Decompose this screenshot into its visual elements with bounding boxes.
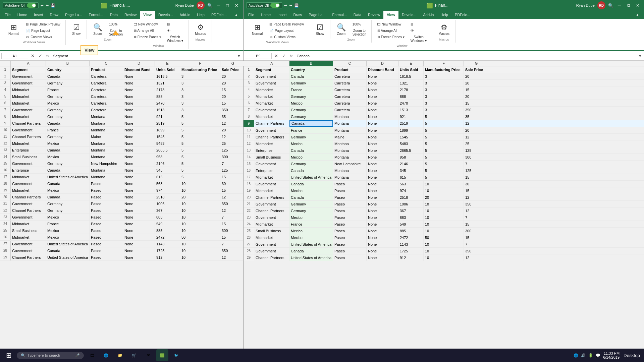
tab-data-left[interactable]: Data bbox=[107, 11, 121, 19]
search-icon-right[interactable]: 🔍 bbox=[608, 3, 613, 8]
mail-icon[interactable]: ✉ bbox=[142, 349, 154, 361]
save-icon-left[interactable]: 💾 bbox=[51, 3, 55, 8]
minimize-right[interactable]: ─ bbox=[616, 2, 623, 9]
col-header-B-right[interactable]: B bbox=[289, 61, 333, 66]
formula-input-left[interactable] bbox=[52, 53, 235, 59]
btn-zoom-left[interactable]: 🔍 Zoom bbox=[90, 21, 105, 37]
cell-ref-right[interactable] bbox=[245, 53, 272, 59]
tab-view-left[interactable]: View bbox=[140, 11, 155, 19]
col-header-B-left[interactable]: B bbox=[46, 61, 90, 66]
formula-cancel-left[interactable]: ✕ bbox=[30, 53, 36, 59]
explorer-icon[interactable]: 📁 bbox=[114, 349, 126, 361]
tab-data-right[interactable]: Data bbox=[350, 11, 365, 19]
tab-review-left[interactable]: Review bbox=[121, 11, 140, 19]
redo-icon-right[interactable]: ↪ bbox=[289, 3, 292, 8]
col-header-D-left[interactable]: D bbox=[123, 61, 155, 66]
taskview-icon[interactable]: 🗔 bbox=[86, 349, 98, 361]
autosave-toggle-right[interactable] bbox=[270, 3, 280, 8]
tab-insert-right[interactable]: Insert bbox=[274, 11, 290, 19]
formula-confirm-left[interactable]: ✓ bbox=[37, 53, 44, 59]
tab-formulas-left[interactable]: Formul... bbox=[85, 11, 106, 19]
col-header-E-right[interactable]: E bbox=[398, 61, 424, 66]
bird-icon[interactable]: 🐦 bbox=[170, 349, 182, 361]
btn-zoomsel-right[interactable]: Zoom toSelection bbox=[350, 28, 369, 37]
btn-show-left[interactable]: ☑ Show bbox=[69, 21, 84, 37]
col-header-G-left[interactable]: G bbox=[220, 61, 246, 66]
tab-review-right[interactable]: Review bbox=[365, 11, 383, 19]
btn-split-right[interactable]: ⊟ bbox=[408, 21, 429, 27]
tab-file-left[interactable]: File bbox=[1, 11, 14, 19]
search-icon-left[interactable]: 🔍 bbox=[207, 3, 213, 8]
redo-icon-left[interactable]: ↪ bbox=[46, 3, 49, 8]
edge-icon[interactable]: 🌐 bbox=[100, 349, 112, 361]
btn-arrange-right[interactable]: ⊞ Arrange All bbox=[375, 28, 407, 34]
tab-help-left[interactable]: Help bbox=[194, 11, 208, 19]
btn-freeze-right[interactable]: ❄ Freeze Panes ▾ bbox=[375, 34, 407, 40]
maximize-left[interactable]: □ bbox=[224, 2, 230, 9]
btn-zoom-right[interactable]: 🔍 Zoom bbox=[334, 21, 349, 37]
tab-pagelayout-right[interactable]: Page La... bbox=[305, 11, 329, 19]
tab-draw-right[interactable]: Draw bbox=[290, 11, 306, 19]
formula-confirm-right[interactable]: ✓ bbox=[281, 53, 287, 59]
btn-100-left[interactable]: 100% bbox=[107, 21, 125, 27]
btn-pagelayout-view-left[interactable]: 📄Page Layout bbox=[23, 28, 63, 34]
start-button[interactable]: ⊞ bbox=[3, 349, 15, 361]
btn-hide-right[interactable]: 👁 bbox=[408, 28, 429, 34]
tab-pdf-right[interactable]: PDFele... bbox=[451, 11, 474, 19]
btn-macros-left[interactable]: ⚙ Macros bbox=[192, 21, 209, 37]
tab-home-right[interactable]: Home bbox=[258, 11, 274, 19]
col-header-C-right[interactable]: C bbox=[333, 61, 367, 66]
btn-split-left[interactable]: ⊟ bbox=[165, 21, 185, 27]
col-header-F-right[interactable]: F bbox=[424, 61, 464, 66]
store-icon[interactable]: 🛒 bbox=[128, 349, 140, 361]
minimize-left[interactable]: ─ bbox=[215, 2, 222, 9]
btn-show-right[interactable]: ☑ Show bbox=[313, 21, 327, 37]
col-header-A-right[interactable]: A bbox=[254, 61, 289, 66]
save-icon-right[interactable]: 💾 bbox=[294, 3, 299, 8]
excel-taskbar-icon[interactable]: 🟩 bbox=[156, 349, 168, 361]
formula-cancel-right[interactable]: ✕ bbox=[273, 53, 279, 59]
tab-expand-left[interactable]: ▲ bbox=[231, 11, 241, 19]
col-header-F-left[interactable]: F bbox=[180, 61, 220, 66]
tab-draw-left[interactable]: Draw bbox=[47, 11, 62, 19]
tab-addins-right[interactable]: Add-in bbox=[420, 11, 437, 19]
undo-icon-right[interactable]: ↩ bbox=[284, 3, 287, 8]
desktop-button[interactable]: Desktop bbox=[622, 352, 641, 359]
btn-hide-left[interactable]: 👁 bbox=[165, 28, 185, 34]
col-header-D-right[interactable]: D bbox=[367, 61, 398, 66]
tab-insert-left[interactable]: Insert bbox=[31, 11, 47, 19]
cell-ref-left[interactable] bbox=[1, 53, 28, 59]
btn-switchwin-left[interactable]: SwitchWindows ▾ bbox=[165, 34, 185, 44]
taskbar-search[interactable]: 🔍 Type here to search 🎤 bbox=[17, 352, 84, 359]
tab-file-right[interactable]: File bbox=[245, 11, 258, 19]
restore-right[interactable]: ⧉ bbox=[625, 2, 632, 9]
tab-addins-left[interactable]: Add-in bbox=[176, 11, 194, 19]
undo-icon-left[interactable]: ↩ bbox=[41, 3, 44, 8]
tab-help-right[interactable]: Help bbox=[437, 11, 451, 19]
btn-switchwin-right[interactable]: SwitchWindows ▾ bbox=[408, 34, 429, 44]
close-right[interactable]: ✕ bbox=[634, 2, 641, 9]
btn-newwin-right[interactable]: 🗖 New Window bbox=[375, 21, 407, 27]
tab-formulas-right[interactable]: Formul... bbox=[329, 11, 350, 19]
col-header-C-left[interactable]: C bbox=[90, 61, 123, 66]
tab-view-right[interactable]: View bbox=[383, 11, 398, 19]
btn-normal-left[interactable]: ⊞ Normal bbox=[5, 21, 22, 37]
tab-pagelayout-left[interactable]: Page La... bbox=[62, 11, 85, 19]
autosave-toggle-left[interactable] bbox=[27, 3, 36, 8]
btn-arrange-left[interactable]: ⊞ Arrange All bbox=[131, 28, 163, 34]
btn-customviews-left[interactable]: 🗂Custom Views bbox=[23, 34, 63, 40]
col-header-G-right[interactable]: G bbox=[464, 61, 489, 66]
tab-home-left[interactable]: Home bbox=[14, 11, 31, 19]
btn-newwin-left[interactable]: 🗖 New Window bbox=[131, 21, 163, 27]
formula-expand-left[interactable]: ▾ bbox=[236, 53, 241, 59]
tab-developer-left[interactable]: Develo... bbox=[155, 11, 176, 19]
btn-100-right[interactable]: 100% bbox=[350, 21, 369, 27]
btn-pagebreak-right[interactable]: ⊟Page Break Preview bbox=[267, 21, 306, 27]
col-header-E-left[interactable]: E bbox=[155, 61, 180, 66]
tab-developer-right[interactable]: Develo... bbox=[398, 11, 420, 19]
tab-pdf-left[interactable]: PDFele... bbox=[208, 11, 230, 19]
btn-customviews-right[interactable]: 🗂Custom Views bbox=[267, 34, 306, 40]
btn-macros-right[interactable]: ⚙ Macros bbox=[435, 21, 452, 37]
tab-expand-right[interactable]: ▲ bbox=[632, 11, 643, 19]
btn-normal-right[interactable]: ⊞ Normal bbox=[249, 21, 266, 37]
